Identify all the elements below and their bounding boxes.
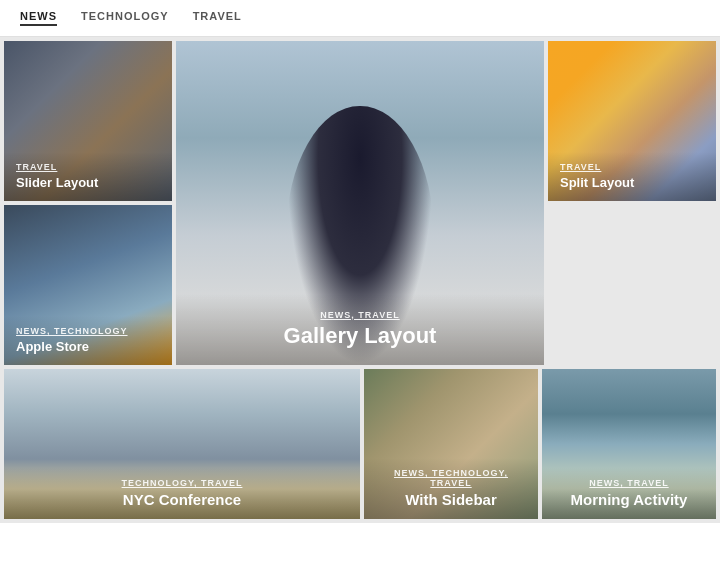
apple-store-overlay: NEWS, TECHNOLOGY Apple Store — [4, 316, 172, 365]
grid-item-nyc-conference[interactable]: TECHNOLOGY, TRAVEL NYC Conference — [4, 369, 360, 519]
morning-activity-overlay: NEWS, TRAVEL Morning Activity — [542, 468, 716, 519]
main-nav: NEWS TECHNOLOGY TRAVEL — [0, 0, 720, 37]
morning-activity-category: NEWS, TRAVEL — [554, 478, 704, 488]
grid-item-split-layout[interactable]: TRAVEL Split Layout — [548, 41, 716, 201]
grid-item-gallery-layout[interactable]: NEWS, TRAVEL Gallery Layout — [176, 41, 544, 365]
bottom-grid: TECHNOLOGY, TRAVEL NYC Conference NEWS, … — [0, 369, 720, 523]
page-wrapper: NEWS TECHNOLOGY TRAVEL TRAVEL Slider Lay… — [0, 0, 720, 578]
main-grid: TRAVEL Slider Layout NEWS, TRAVEL Galler… — [0, 37, 720, 369]
split-layout-category: TRAVEL — [560, 162, 704, 172]
with-sidebar-title: With Sidebar — [376, 491, 526, 509]
slider-layout-title: Slider Layout — [16, 175, 160, 191]
split-layout-title: Split Layout — [560, 175, 704, 191]
grid-item-morning-activity[interactable]: NEWS, TRAVEL Morning Activity — [542, 369, 716, 519]
apple-store-title: Apple Store — [16, 339, 160, 355]
grid-item-slider-layout[interactable]: TRAVEL Slider Layout — [4, 41, 172, 201]
gallery-layout-overlay: NEWS, TRAVEL Gallery Layout — [176, 294, 544, 365]
with-sidebar-overlay: NEWS, TECHNOLOGY, TRAVEL With Sidebar — [364, 458, 538, 519]
nav-travel[interactable]: TRAVEL — [193, 10, 242, 26]
nyc-conference-overlay: TECHNOLOGY, TRAVEL NYC Conference — [4, 468, 360, 519]
apple-store-category: NEWS, TECHNOLOGY — [16, 326, 160, 336]
nav-news[interactable]: NEWS — [20, 10, 57, 26]
grid-item-with-sidebar[interactable]: NEWS, TECHNOLOGY, TRAVEL With Sidebar — [364, 369, 538, 519]
slider-layout-overlay: TRAVEL Slider Layout — [4, 152, 172, 201]
nyc-conference-title: NYC Conference — [16, 491, 348, 509]
gallery-layout-title: Gallery Layout — [192, 323, 528, 349]
morning-activity-title: Morning Activity — [554, 491, 704, 509]
split-layout-overlay: TRAVEL Split Layout — [548, 152, 716, 201]
nyc-conference-category: TECHNOLOGY, TRAVEL — [16, 478, 348, 488]
grid-item-apple-store[interactable]: NEWS, TECHNOLOGY Apple Store — [4, 205, 172, 365]
gallery-layout-category: NEWS, TRAVEL — [192, 310, 528, 320]
nav-technology[interactable]: TECHNOLOGY — [81, 10, 169, 26]
with-sidebar-category: NEWS, TECHNOLOGY, TRAVEL — [376, 468, 526, 488]
slider-layout-category: TRAVEL — [16, 162, 160, 172]
